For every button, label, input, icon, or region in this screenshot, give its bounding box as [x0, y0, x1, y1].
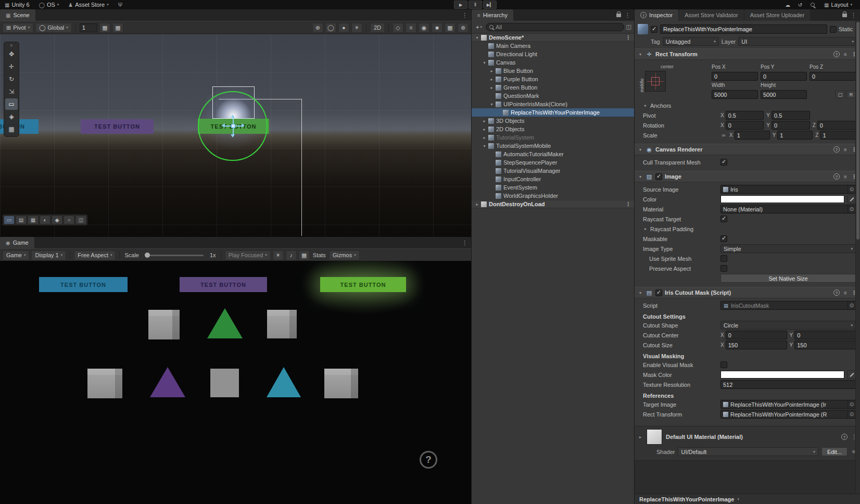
mask-color-swatch[interactable] [720, 371, 844, 379]
expand-arrow[interactable]: ▸ [488, 85, 495, 90]
scale-slider-knob[interactable] [145, 253, 150, 258]
expand-arrow[interactable]: ▾ [481, 144, 488, 148]
asset-store-menu[interactable]: ♟ Asset Store ▾ [64, 0, 113, 9]
cutout-size-x-field[interactable] [726, 341, 787, 349]
hierarchy-search-input[interactable]: All [486, 23, 624, 31]
expand-arrow[interactable]: ▾ [481, 60, 488, 65]
iris-cutout-mask-header[interactable]: ▾ ▤ Iris Cutout Mask (Script) ? ≡ ⋮ [635, 287, 860, 298]
grid-visibility-button[interactable]: ▦ [445, 23, 456, 33]
stats-toggle[interactable]: Stats [312, 252, 327, 258]
raw-edit-mode-button[interactable]: R [846, 91, 856, 98]
hierarchy-item-replacethiswithyourpointerimage[interactable]: ReplaceThisWithYourPointerImage [472, 108, 634, 117]
inspector-scrollbar[interactable] [855, 21, 860, 494]
aspect-ratio-dropdown[interactable]: Free Aspect ▾ [74, 250, 116, 260]
lock-icon[interactable] [842, 14, 847, 17]
scene-panel-menu-icon[interactable]: ⋮ [462, 12, 467, 19]
help-icon[interactable]: ? [833, 51, 840, 57]
cutout-center-y-field[interactable] [794, 331, 856, 339]
presets-icon[interactable]: ≡ [842, 147, 849, 153]
tab-asset-store-uploader[interactable]: Asset Store Uploader [744, 9, 811, 21]
object-picker-icon[interactable]: ⊙ [848, 410, 855, 418]
hierarchy-item-dontdestroyonload[interactable]: ▸DontDestroyOnLoad⋮ [472, 200, 634, 208]
static-toggle[interactable]: Static ▾ [830, 26, 857, 33]
static-checkbox[interactable] [830, 26, 837, 33]
object-picker-icon[interactable]: ⊙ [848, 205, 855, 213]
layer-dropdown[interactable]: UI ▾ [738, 37, 857, 46]
gameobject-name-field[interactable] [660, 24, 827, 34]
tab-inspector[interactable]: i Inspector [635, 9, 678, 21]
help-icon[interactable]: ? [833, 289, 840, 296]
hierarchy-item-3d-objects[interactable]: ▸3D Objects [472, 117, 634, 125]
cutout-size-y-field[interactable] [794, 341, 856, 349]
anchors-mode-button[interactable]: ▤ [16, 216, 27, 224]
object-picker-icon[interactable]: ⊙ [848, 301, 855, 309]
foldout-icon[interactable]: ▾ [638, 174, 643, 179]
gizmo-crosshair-button[interactable]: ⊕ [312, 23, 323, 33]
width-field[interactable] [712, 90, 758, 99]
rect-transform-ref-field[interactable]: ReplaceThisWithYourPointerImage (R ⊙ [720, 410, 856, 419]
hierarchy-item-tutorialsystem[interactable]: ▸TutorialSystem [472, 133, 634, 142]
question-mark-button[interactable]: ? [420, 451, 437, 469]
effects-toggle-button[interactable]: ◇ [393, 23, 403, 33]
foldout-icon[interactable]: ▾ [638, 291, 643, 295]
pos-y-field[interactable] [761, 72, 807, 81]
object-picker-icon[interactable]: ⊙ [848, 185, 855, 193]
unity-menu[interactable]: ▦ Unity 6 [0, 0, 34, 9]
hierarchy-item-inputcontroller[interactable]: InputController [472, 175, 634, 183]
lock-icon[interactable] [616, 14, 621, 17]
image-type-dropdown[interactable]: Simple ▾ [720, 244, 856, 253]
game-panel-menu-icon[interactable]: ⋮ [462, 240, 467, 246]
raycast-padding-foldout[interactable]: ▸ Raycast Padding [643, 226, 718, 232]
pivot-dropdown[interactable]: ⊞ Pivot ▾ [3, 23, 33, 33]
grid-size-input[interactable] [80, 23, 97, 32]
object-picker-icon[interactable]: ⊙ [848, 400, 855, 408]
hierarchy-item-2d-objects[interactable]: ▸2D Objects [472, 125, 634, 133]
move-gizmo[interactable] [224, 117, 242, 135]
rect-transform-header[interactable]: ▾ ✛ Rect Transform ? ≡ ⋮ [635, 48, 860, 60]
cloud-services-icon[interactable]: ☁ [782, 1, 793, 9]
anchor-preset-button[interactable] [645, 71, 666, 92]
grid-mode-button[interactable]: ▦ [28, 216, 39, 224]
preserve-aspect-checkbox[interactable] [720, 265, 727, 272]
inspector-panel-menu-icon[interactable]: ⋮ [851, 12, 856, 19]
color-swatch[interactable] [720, 195, 844, 203]
presets-icon[interactable]: ≡ [842, 174, 849, 180]
layers-visibility-button[interactable]: ≡ [406, 23, 416, 33]
hierarchy-item-blue-button[interactable]: ▸Blue Button [472, 67, 634, 75]
raycast-target-checkbox[interactable] [720, 216, 727, 222]
scale-z-field[interactable] [820, 131, 856, 140]
hierarchy-item-stepsequenceplayer[interactable]: StepSequencePlayer [472, 158, 634, 167]
vsync-toggle-button[interactable]: ☀ [273, 250, 284, 260]
mute-audio-button[interactable]: ♪ [286, 250, 297, 260]
hierarchy-item-eventsystem[interactable]: EventSystem [472, 183, 634, 192]
game-green-button[interactable]: TEST BUTTON [320, 277, 406, 292]
scene-visibility-button[interactable]: ■ [432, 23, 442, 33]
shaded-mode-button[interactable]: ◐ [40, 216, 50, 224]
zoom-options-button[interactable]: ○ [64, 216, 74, 224]
scale-slider[interactable] [145, 255, 204, 256]
cutout-shape-dropdown[interactable]: Circle ▾ [720, 321, 856, 330]
grid-snap-button[interactable]: ▦ [99, 23, 110, 33]
overlay-drag-handle[interactable]: ≡ [10, 44, 13, 47]
pos-z-field[interactable] [810, 72, 856, 81]
hierarchy-item-questionmark[interactable]: QuestionMark [472, 92, 634, 100]
move-tool-button[interactable]: ✛ [5, 61, 18, 72]
hierarchy-item-worldgraphicsholder[interactable]: WorldGraphicsHolder [472, 192, 634, 200]
constrain-proportions-icon[interactable]: ∞ [720, 132, 727, 138]
view-options-button[interactable]: ◫ [75, 216, 86, 224]
anchors-foldout[interactable]: ▸ Anchors [643, 103, 718, 109]
maskable-checkbox[interactable] [720, 235, 727, 242]
hierarchy-panel-menu-icon[interactable]: ⋮ [625, 12, 630, 19]
presets-icon[interactable]: ≡ [842, 290, 849, 296]
hierarchy-columns-icon[interactable]: ◫ [626, 23, 631, 30]
game-viewport[interactable]: TEST BUTTON TEST BUTTON TEST BUTTON ? [0, 261, 471, 504]
target-image-field[interactable]: ReplaceThisWithYourPointerImage (Ir ⊙ [720, 400, 856, 409]
hierarchy-item-purple-button[interactable]: ▸Purple Button [472, 75, 634, 83]
expand-arrow[interactable]: ▸ [481, 135, 488, 140]
transform-tool-button[interactable]: ◈ [5, 111, 18, 122]
scrollbar-thumb[interactable] [856, 22, 859, 240]
tab-game[interactable]: ◉ Game [0, 237, 34, 248]
height-field[interactable] [761, 90, 807, 99]
gizmo-center-handle[interactable] [231, 124, 235, 128]
2d-mode-toggle[interactable]: 2D [370, 23, 385, 33]
